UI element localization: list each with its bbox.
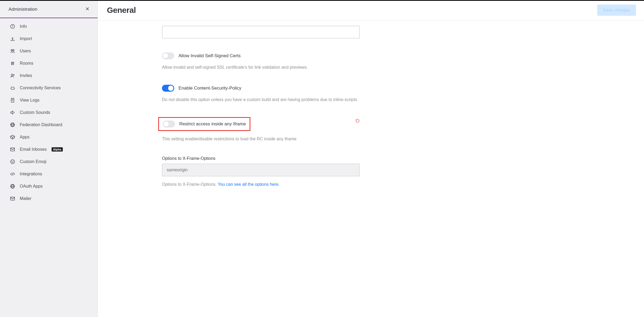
setting-allow-invalid-certs: Allow Invalid Self-Signed Certs Allow in…	[162, 52, 360, 71]
sidebar-item-users[interactable]: Users	[0, 45, 98, 57]
xframe-options-link[interactable]: You can see all the options here.	[218, 182, 280, 187]
sidebar-item-label: Custom Sounds	[20, 110, 50, 115]
svg-line-23	[12, 172, 13, 176]
save-changes-button[interactable]: Save changes	[597, 5, 636, 16]
main-panel: General Save changes Allow Invalid Self-…	[98, 1, 644, 317]
sidebar-item-label: Invites	[20, 73, 32, 78]
svg-point-22	[13, 161, 13, 161]
sidebar-item-label: Apps	[20, 135, 29, 140]
sidebar-item-label: Federation Dashboard	[20, 122, 62, 127]
toggle-row: Allow Invalid Self-Signed Certs	[162, 52, 360, 59]
setting-xframe-options: Options to X-Frame-Options Options to X-…	[162, 156, 360, 188]
settings-content: Allow Invalid Self-Signed Certs Allow in…	[98, 21, 644, 317]
svg-line-7	[12, 61, 12, 65]
sidebar-item-federation[interactable]: Federation Dashboard	[0, 119, 98, 131]
setting-description: Do not disable this option unless you ha…	[162, 96, 360, 103]
sidebar-item-apps[interactable]: Apps	[0, 131, 98, 143]
setting-label: Allow Invalid Self-Signed Certs	[179, 53, 240, 59]
setting-enable-csp: Enable Content-Security-Policy Do not di…	[162, 85, 360, 103]
main-header: General Save changes	[98, 1, 644, 21]
info-icon	[10, 24, 15, 29]
sidebar-item-email-inboxes[interactable]: Email Inboxes Alpha	[0, 143, 98, 156]
cloud-icon	[10, 85, 15, 91]
toggle-restrict-iframe[interactable]	[163, 121, 175, 127]
mail-icon	[10, 196, 15, 202]
cube-icon	[10, 134, 15, 140]
sidebar-item-label: Integrations	[20, 172, 42, 176]
invite-icon	[10, 73, 15, 79]
alpha-badge: Alpha	[52, 147, 63, 152]
toggle-row: Enable Content-Security-Policy	[162, 85, 360, 92]
toggle-enable-csp[interactable]	[162, 85, 174, 92]
setting-description: This setting enable/disable restrictions…	[162, 136, 360, 142]
app-root: Administration Info Import Users	[0, 0, 644, 317]
sidebar-item-invites[interactable]: Invites	[0, 69, 98, 82]
svg-point-2	[13, 25, 13, 26]
xframe-options-input[interactable]	[162, 164, 360, 176]
sidebar-item-label: OAuth Apps	[20, 184, 42, 189]
svg-point-3	[11, 49, 12, 51]
sidebar-item-label: Email Inboxes	[20, 147, 47, 152]
sidebar-item-rooms[interactable]: Rooms	[0, 57, 98, 69]
xframe-description-text: Options to X-Frame-Options.	[162, 182, 218, 187]
globe-icon	[10, 122, 15, 128]
import-icon	[10, 36, 15, 42]
sidebar-item-emoji[interactable]: Custom Emoji	[0, 156, 98, 168]
document-icon	[10, 97, 15, 103]
sidebar-item-logs[interactable]: View Logs	[0, 94, 98, 106]
globe-icon	[10, 183, 15, 189]
toggle-allow-invalid-certs[interactable]	[162, 52, 174, 59]
highlight-box: Restrict access inside any Iframe	[158, 117, 250, 131]
sidebar-item-label: Info	[20, 24, 27, 29]
sidebar-item-connectivity[interactable]: Connectivity Services	[0, 82, 98, 94]
sidebar-item-label: Rooms	[20, 61, 33, 66]
svg-point-4	[13, 49, 14, 51]
previous-setting-input[interactable]	[162, 26, 360, 38]
sidebar-item-info[interactable]: Info	[0, 20, 98, 33]
sidebar-item-label: Users	[20, 49, 31, 53]
svg-point-9	[11, 74, 13, 76]
sidebar-item-import[interactable]: Import	[0, 33, 98, 45]
users-icon	[10, 48, 15, 54]
sidebar-item-label: Custom Emoji	[20, 159, 46, 164]
settings-column: Allow Invalid Self-Signed Certs Allow in…	[162, 26, 360, 188]
emoji-icon	[10, 159, 15, 165]
sound-icon	[10, 110, 15, 115]
close-icon	[85, 8, 90, 12]
reset-icon[interactable]	[355, 119, 360, 124]
sidebar-item-oauth[interactable]: OAuth Apps	[0, 180, 98, 192]
sidebar-item-label: Import	[20, 36, 32, 41]
close-button[interactable]	[83, 5, 92, 14]
setting-description: Allow invalid and self-signed SSL certif…	[162, 64, 360, 71]
setting-label: Options to X-Frame-Options	[162, 156, 360, 161]
setting-label: Restrict access inside any Iframe	[179, 121, 246, 127]
sidebar-item-label: Connectivity Services	[20, 86, 61, 90]
page-title: General	[107, 6, 136, 15]
setting-description: Options to X-Frame-Options. You can see …	[162, 181, 360, 188]
sidebar-item-mailer[interactable]: Mailer	[0, 192, 98, 205]
sidebar-title: Administration	[9, 7, 37, 12]
svg-point-21	[12, 161, 12, 161]
admin-sidebar: Administration Info Import Users	[0, 1, 98, 317]
setting-label: Enable Content-Security-Policy	[179, 86, 241, 91]
sidebar-list: Info Import Users Rooms Invites Connecti…	[0, 18, 98, 205]
sidebar-item-integrations[interactable]: Integrations	[0, 168, 98, 180]
sidebar-header: Administration	[0, 1, 98, 18]
svg-line-8	[13, 61, 14, 65]
sidebar-item-sounds[interactable]: Custom Sounds	[0, 106, 98, 119]
sidebar-item-label: View Logs	[20, 98, 40, 103]
hash-icon	[10, 60, 15, 66]
mail-icon	[10, 146, 15, 152]
code-icon	[10, 171, 15, 177]
setting-restrict-iframe: Restrict access inside any Iframe This s…	[162, 117, 360, 142]
svg-point-20	[11, 160, 15, 164]
sidebar-item-label: Mailer	[20, 196, 32, 201]
